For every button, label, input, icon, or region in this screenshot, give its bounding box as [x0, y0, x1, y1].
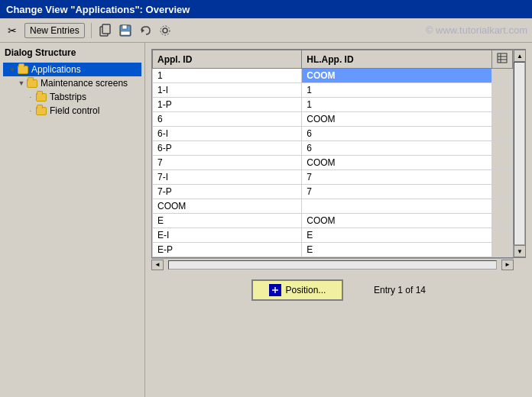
- cell-hl-app-id: E: [302, 228, 492, 243]
- table-row[interactable]: 1-I1: [153, 83, 513, 98]
- svg-point-7: [161, 26, 170, 35]
- position-button[interactable]: Position...: [251, 279, 343, 301]
- cell-scroll-indicator: [492, 199, 513, 214]
- cell-appl-id: 7-P: [153, 185, 302, 199]
- table-row[interactable]: 6COOM: [153, 112, 513, 127]
- cell-hl-app-id: 6: [302, 127, 492, 141]
- cell-scroll-indicator: [492, 156, 513, 170]
- svg-rect-4: [121, 31, 130, 35]
- cell-hl-app-id: [302, 199, 492, 214]
- col-settings-icon[interactable]: [492, 50, 513, 69]
- bottom-scrollbar[interactable]: ◄ ►: [151, 258, 514, 270]
- right-scrollbar[interactable]: ▲ ▼: [513, 50, 525, 257]
- main-content: Dialog Structure ▼ Applications ▼ Mainte…: [0, 43, 532, 397]
- table-row[interactable]: 7-I7: [153, 170, 513, 185]
- left-panel: Dialog Structure ▼ Applications ▼ Mainte…: [0, 43, 145, 397]
- cell-scroll-indicator: [492, 185, 513, 199]
- cell-scroll-indicator: [492, 170, 513, 185]
- cell-hl-app-id: 1: [302, 98, 492, 112]
- cell-hl-app-id: COOM: [302, 69, 492, 83]
- cell-hl-app-id: 7: [302, 185, 492, 199]
- tree-label-applications: Applications: [31, 64, 81, 75]
- undo-icon[interactable]: [138, 23, 153, 38]
- tree-toggle-tabstrips: ·: [26, 92, 35, 102]
- cell-scroll-indicator: [492, 243, 513, 257]
- new-entries-button[interactable]: New Entries: [24, 23, 85, 38]
- scroll-up-arrow[interactable]: ▲: [514, 50, 526, 62]
- watermark: © www.tutorialkart.com: [426, 24, 527, 36]
- tree-label-tabstrips: Tabstrips: [50, 92, 86, 102]
- table-row[interactable]: 7COOM: [153, 156, 513, 170]
- tree-toggle-applications: ▼: [8, 65, 17, 74]
- data-table: Appl. ID HL.App. ID: [152, 50, 513, 257]
- title-text: Change View "Applications": Overview: [6, 4, 190, 15]
- title-bar: Change View "Applications": Overview: [0, 0, 532, 18]
- cell-hl-app-id: 1: [302, 83, 492, 98]
- svg-marker-5: [141, 28, 144, 33]
- cell-appl-id: 6-P: [153, 141, 302, 156]
- cell-scroll-indicator: [492, 83, 513, 98]
- scroll-right-arrow[interactable]: ►: [501, 260, 514, 270]
- cell-scroll-indicator: [492, 98, 513, 112]
- folder-icon-field-control: [35, 105, 47, 116]
- cell-scroll-indicator: [492, 112, 513, 127]
- table-row[interactable]: E-PE: [153, 243, 513, 257]
- copy-icon[interactable]: [98, 23, 113, 38]
- cell-appl-id: E: [153, 214, 302, 228]
- cell-appl-id: E-P: [153, 243, 302, 257]
- table-row[interactable]: ECOOM: [153, 214, 513, 228]
- cell-hl-app-id: 6: [302, 141, 492, 156]
- col-header-appl-id: Appl. ID: [153, 50, 302, 69]
- cell-hl-app-id: E: [302, 243, 492, 257]
- cell-appl-id: 6-I: [153, 127, 302, 141]
- table-row[interactable]: 7-P7: [153, 185, 513, 199]
- dialog-structure-title: Dialog Structure: [3, 47, 141, 58]
- table-row[interactable]: 6-I6: [153, 127, 513, 141]
- table-scroll-area: Appl. ID HL.App. ID: [152, 50, 513, 257]
- toolbar: ✂ New Entries © www.tutorialkart.c: [0, 18, 532, 43]
- scroll-track-vertical[interactable]: [514, 62, 525, 245]
- separator-1: [91, 23, 92, 38]
- cell-hl-app-id: COOM: [302, 156, 492, 170]
- cell-appl-id: 7-I: [153, 170, 302, 185]
- svg-point-6: [163, 28, 167, 33]
- new-entries-label: New Entries: [30, 25, 79, 36]
- folder-icon-applications: [17, 64, 29, 75]
- right-panel: Appl. ID HL.App. ID: [145, 43, 532, 397]
- entry-info: Entry 1 of 14: [374, 285, 426, 295]
- table-wrapper: Appl. ID HL.App. ID: [151, 49, 526, 258]
- tree-item-field-control[interactable]: · Field control: [3, 104, 141, 118]
- cell-hl-app-id: COOM: [302, 214, 492, 228]
- settings-icon[interactable]: [157, 23, 173, 38]
- position-icon: [269, 284, 281, 296]
- tree-label-field-control: Field control: [50, 105, 99, 116]
- bottom-area: Position... Entry 1 of 14: [151, 276, 526, 304]
- tree-item-applications[interactable]: ▼ Applications: [3, 63, 141, 76]
- tree-toggle-maintenance: ▼: [17, 79, 26, 88]
- scroll-track-horizontal[interactable]: [168, 260, 497, 270]
- cell-appl-id: 7: [153, 156, 302, 170]
- tree-item-tabstrips[interactable]: · Tabstrips: [3, 90, 141, 104]
- cell-appl-id: 1-I: [153, 83, 302, 98]
- table-row[interactable]: E-IE: [153, 228, 513, 243]
- cell-appl-id: COOM: [153, 199, 302, 214]
- col-header-hl-app-id: HL.App. ID: [302, 50, 492, 69]
- cell-scroll-indicator: [492, 127, 513, 141]
- save-icon[interactable]: [118, 23, 133, 38]
- folder-icon-maintenance: [26, 78, 38, 89]
- position-label: Position...: [286, 285, 326, 295]
- cell-scroll-indicator: [492, 141, 513, 156]
- table-row[interactable]: 1COOM: [153, 69, 513, 83]
- table-row[interactable]: COOM: [153, 199, 513, 214]
- tree-toggle-field-control: ·: [26, 106, 35, 115]
- tree-item-maintenance-screens[interactable]: ▼ Maintenance screens: [3, 76, 141, 90]
- table-row[interactable]: 1-P1: [153, 98, 513, 112]
- folder-icon-tabstrips: [35, 92, 47, 102]
- scroll-left-arrow[interactable]: ◄: [151, 260, 164, 270]
- scroll-down-arrow[interactable]: ▼: [514, 245, 526, 257]
- table-row[interactable]: 6-P6: [153, 141, 513, 156]
- cell-appl-id: E-I: [153, 228, 302, 243]
- scissors-icon[interactable]: ✂: [5, 23, 20, 38]
- svg-rect-8: [498, 53, 507, 63]
- cell-hl-app-id: COOM: [302, 112, 492, 127]
